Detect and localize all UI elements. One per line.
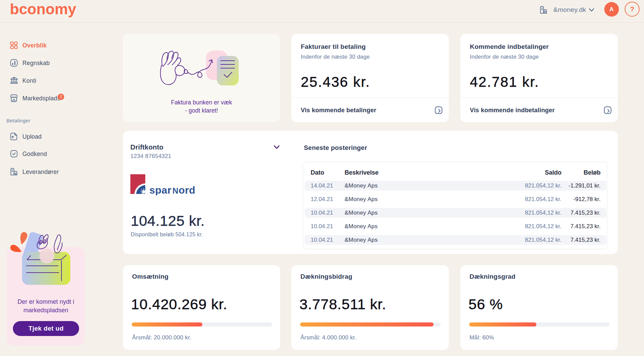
svg-text:ord: ord: [179, 184, 196, 195]
svg-text:N: N: [172, 186, 178, 195]
svg-text:spar: spar: [149, 184, 171, 195]
